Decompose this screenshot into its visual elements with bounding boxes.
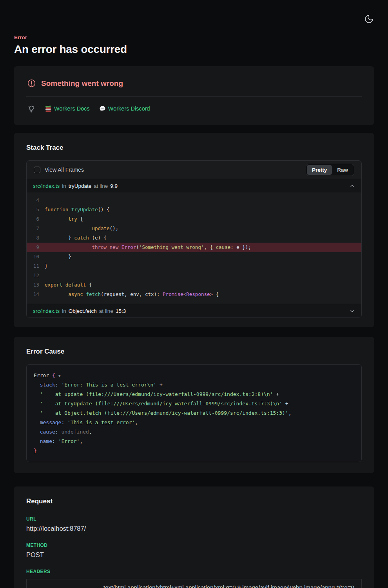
stack-frame-header-tryupdate[interactable]: src/index.ts in tryUpdate at line 9:9 xyxy=(27,179,361,192)
code-line-10: 10 } xyxy=(27,252,361,261)
help-links-row: Workers Docs Workers Discord xyxy=(26,104,362,113)
method-value: POST xyxy=(26,551,362,559)
error-cause-line: message: 'This is a test error', xyxy=(34,418,354,427)
error-cause-line: Error { ▼ xyxy=(34,371,354,380)
alert-card: Something went wrong Workers Docs Worker… xyxy=(14,66,374,125)
collapse-toggle-icon[interactable]: ▼ xyxy=(58,374,61,378)
header-value: text/html,application/xhtml+xml,applicat… xyxy=(98,579,361,588)
frame-file: src/index.ts xyxy=(33,183,60,189)
error-cause-line: ' at Object.fetch (file:///Users/edmund/… xyxy=(34,408,354,418)
code-line-9: 9 throw new Error('Something went wrong'… xyxy=(27,243,361,252)
error-cause-line: ' at update (file:///Users/edmund/icy-wa… xyxy=(34,390,354,399)
url-label: URL xyxy=(26,516,362,522)
stack-trace-heading: Stack Trace xyxy=(26,144,362,152)
error-cause-panel: Error { ▼ stack: 'Error: This is a test … xyxy=(26,364,362,462)
workers-docs-link[interactable]: Workers Docs xyxy=(45,105,90,112)
raw-button[interactable]: Raw xyxy=(332,165,353,175)
error-cause-line: } xyxy=(34,446,354,456)
code-line-14: 14 async fetch(request, env, ctx): Promi… xyxy=(27,290,361,299)
frame-at-label: at line xyxy=(99,308,113,314)
code-line-13: 13export default { xyxy=(27,280,361,290)
theme-toggle-button[interactable] xyxy=(363,13,375,25)
workers-discord-link[interactable]: Workers Discord xyxy=(99,105,150,112)
header-name: accept xyxy=(27,579,98,588)
frame-in-label: in xyxy=(62,308,66,314)
url-value: http://localhost:8787/ xyxy=(26,525,362,532)
error-cause-line: ' at tryUpdate (file:///Users/edmund/icy… xyxy=(34,399,354,408)
view-all-frames-checkbox[interactable] xyxy=(34,167,40,173)
frame-file: src/index.ts xyxy=(33,308,60,314)
divider xyxy=(26,96,362,97)
code-line-4: 4 xyxy=(27,196,361,205)
error-page: { "theme_colors": { "page_bg": "#0b0c0d"… xyxy=(0,0,388,588)
alert-circle-icon xyxy=(27,79,36,88)
error-cause-card: Error Cause Error { ▼ stack: 'Error: Thi… xyxy=(14,337,374,473)
error-cause-line: cause: undefined, xyxy=(34,427,354,437)
frame-at-label: at line xyxy=(94,183,108,189)
code-line-8: 8 } catch (e) { xyxy=(27,233,361,243)
alert-head: Something went wrong xyxy=(26,76,362,89)
code-line-6: 6 try { xyxy=(27,214,361,224)
speech-balloon-icon xyxy=(99,105,106,112)
error-eyebrow: Error xyxy=(14,34,374,40)
request-heading: Request xyxy=(26,497,362,505)
pretty-button[interactable]: Pretty xyxy=(307,165,332,175)
chevron-up-icon xyxy=(349,183,355,189)
error-cause-line: name: 'Error', xyxy=(34,437,354,446)
page-header: Error An error has occurred xyxy=(14,34,374,56)
view-all-frames-control[interactable]: View All Frames xyxy=(34,167,84,173)
request-card: Request URL http://localhost:8787/ METHO… xyxy=(14,486,374,588)
method-label: METHOD xyxy=(26,543,362,548)
view-all-frames-label: View All Frames xyxy=(45,167,84,173)
workers-discord-label: Workers Discord xyxy=(108,105,150,112)
chevron-down-icon xyxy=(349,308,355,314)
code-line-11: 11} xyxy=(27,261,361,271)
stack-trace-toolbar: View All Frames Pretty Raw xyxy=(27,161,361,179)
workers-docs-label: Workers Docs xyxy=(54,105,90,112)
error-cause-heading: Error Cause xyxy=(26,348,362,356)
frame-in-label: in xyxy=(62,183,66,189)
stack-trace-card: Stack Trace View All Frames Pretty Raw s… xyxy=(14,133,374,327)
stack-trace-panel: View All Frames Pretty Raw src/index.ts … xyxy=(26,160,362,318)
code-line-5: 5function tryUpdate() { xyxy=(27,205,361,214)
stack-frame-header-objectfetch[interactable]: src/index.ts in Object.fetch at line 15:… xyxy=(27,304,361,318)
frame-function: Object.fetch xyxy=(69,308,97,314)
page-title: An error has occurred xyxy=(14,43,374,56)
alert-title: Something went wrong xyxy=(41,79,123,88)
frame-function: tryUpdate xyxy=(69,183,92,189)
books-icon xyxy=(45,105,52,112)
code-block: 45function tryUpdate() {6 try {7 update(… xyxy=(27,192,361,304)
pretty-raw-toggle: Pretty Raw xyxy=(306,164,354,176)
moon-icon xyxy=(364,14,374,24)
code-line-12: 12 xyxy=(27,271,361,280)
code-line-7: 7 update(); xyxy=(27,224,361,233)
error-cause-line: stack: 'Error: This is a test error\n' + xyxy=(34,380,354,390)
headers-label: HEADERS xyxy=(26,569,362,574)
headers-table: accepttext/html,application/xhtml+xml,ap… xyxy=(26,579,362,588)
frame-line: 9:9 xyxy=(110,183,118,189)
frame-line: 15:3 xyxy=(116,308,126,314)
header-row: accepttext/html,application/xhtml+xml,ap… xyxy=(27,579,361,588)
lightbulb-icon xyxy=(27,104,36,113)
